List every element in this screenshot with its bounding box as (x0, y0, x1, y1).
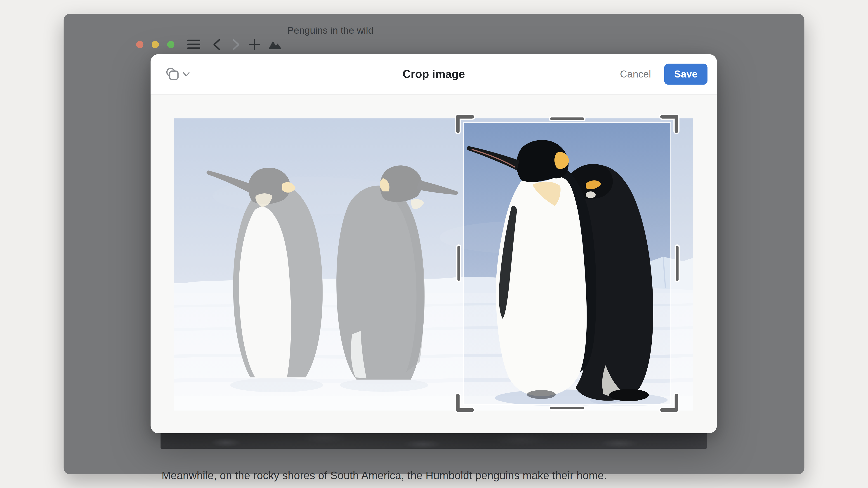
crop-handle-bottom[interactable] (550, 406, 585, 410)
titlebar: Penguins in the wild (64, 14, 804, 47)
aspect-ratio-button[interactable] (165, 64, 197, 85)
chevron-left-icon[interactable] (213, 39, 220, 50)
chevron-right-icon[interactable] (232, 39, 240, 50)
document-caption: Meanwhile, on the rocky shores of South … (162, 469, 607, 482)
traffic-light-zoom[interactable] (167, 41, 174, 48)
traffic-light-close[interactable] (136, 41, 143, 48)
save-button[interactable]: Save (664, 64, 708, 85)
shapes-icon (165, 66, 181, 82)
menu-icon[interactable] (187, 39, 200, 49)
window-title: Penguins in the wild (287, 25, 373, 36)
crop-handle-top[interactable] (550, 117, 585, 121)
crop-handle-top-left[interactable] (458, 117, 472, 131)
plus-icon[interactable] (249, 39, 260, 50)
crop-handle-layer (166, 111, 701, 418)
screen: Penguins in the wild Meanwhile, on the r… (0, 0, 868, 488)
crop-handle-bottom-left[interactable] (458, 396, 472, 410)
crop-canvas (174, 119, 693, 411)
crop-handle-right[interactable] (675, 245, 679, 282)
mountains-page-icon (268, 39, 282, 50)
document-photo-strip (160, 433, 707, 449)
crop-dialog-header: Crop image Cancel Save (151, 54, 717, 95)
dialog-actions: Cancel Save (620, 54, 708, 94)
crop-dialog: Crop image Cancel Save (151, 54, 717, 433)
traffic-light-minimize[interactable] (151, 41, 159, 48)
chevron-down-icon (183, 72, 190, 76)
crop-handle-left[interactable] (457, 245, 460, 282)
cancel-button[interactable]: Cancel (620, 68, 651, 80)
